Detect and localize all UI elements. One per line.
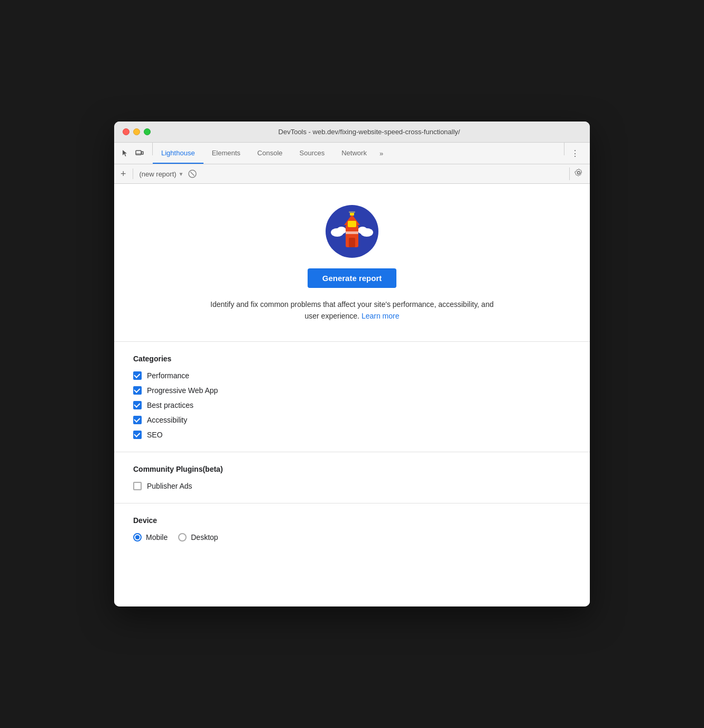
- device-radio-group: Mobile Desktop: [133, 533, 571, 542]
- performance-label: Performance: [147, 371, 189, 380]
- svg-line-4: [190, 172, 194, 176]
- lighthouse-logo: [326, 205, 378, 258]
- devtools-window: DevTools - web.dev/fixing-website-speed-…: [114, 122, 590, 606]
- device-title: Device: [133, 516, 571, 525]
- generate-report-button[interactable]: Generate report: [308, 268, 397, 288]
- mobile-label: Mobile: [146, 533, 168, 542]
- device-icon[interactable]: [133, 147, 146, 160]
- tab-network[interactable]: Network: [333, 143, 375, 164]
- best-practices-checkbox[interactable]: [133, 401, 142, 409]
- publisher-ads-checkbox[interactable]: [133, 482, 142, 490]
- devtools-menu-button[interactable]: ⋮: [569, 147, 581, 160]
- svg-rect-16: [349, 211, 355, 213]
- device-section: Device Mobile Desktop: [114, 503, 590, 554]
- titlebar: DevTools - web.dev/fixing-website-speed-…: [114, 122, 590, 143]
- desktop-label: Desktop: [191, 533, 218, 542]
- toolbar-divider: [133, 169, 133, 179]
- window-title: DevTools - web.dev/fixing-website-speed-…: [157, 128, 581, 136]
- svg-rect-14: [346, 231, 358, 234]
- category-best-practices[interactable]: Best practices: [133, 401, 571, 409]
- clear-report-button[interactable]: [188, 170, 197, 178]
- tab-icon-group: [118, 143, 150, 164]
- publisher-ads-label: Publisher Ads: [147, 482, 192, 490]
- svg-point-9: [358, 227, 367, 234]
- category-seo[interactable]: SEO: [133, 431, 571, 439]
- tabs: Lighthouse Elements Console Sources Netw…: [153, 143, 564, 164]
- main-content: Generate report Identify and fix common …: [114, 184, 590, 606]
- pwa-checkbox[interactable]: [133, 386, 142, 395]
- chevron-down-icon: ▼: [179, 171, 184, 177]
- minimize-button[interactable]: [133, 128, 140, 135]
- cursor-icon[interactable]: [118, 147, 131, 160]
- settings-separator: [569, 167, 570, 180]
- maximize-button[interactable]: [144, 128, 151, 135]
- community-plugins-title: Community Plugins(beta): [133, 465, 571, 473]
- tab-console[interactable]: Console: [249, 143, 291, 164]
- svg-rect-1: [142, 152, 143, 154]
- desktop-radio[interactable]: [178, 533, 187, 542]
- plugin-publisher-ads[interactable]: Publisher Ads: [133, 482, 571, 490]
- accessibility-label: Accessibility: [147, 416, 187, 424]
- report-selector[interactable]: (new report) ▼: [140, 170, 184, 178]
- category-pwa[interactable]: Progressive Web App: [133, 386, 571, 395]
- seo-checkbox[interactable]: [133, 431, 142, 439]
- seo-label: SEO: [147, 431, 163, 439]
- close-button[interactable]: [123, 128, 129, 135]
- category-accessibility[interactable]: Accessibility: [133, 416, 571, 424]
- categories-section: Categories Performance Progressive Web A…: [114, 342, 590, 452]
- tab-elements[interactable]: Elements: [203, 143, 249, 164]
- svg-rect-12: [348, 221, 356, 227]
- svg-point-7: [337, 227, 346, 234]
- settings-button[interactable]: [574, 168, 583, 180]
- tabs-bar: Lighthouse Elements Console Sources Netw…: [114, 143, 590, 164]
- accessibility-checkbox[interactable]: [133, 416, 142, 424]
- more-tabs-button[interactable]: »: [375, 143, 387, 164]
- best-practices-label: Best practices: [147, 401, 193, 409]
- devtools-menu: ⋮: [564, 143, 586, 164]
- traffic-lights: [123, 128, 151, 135]
- description-text: Identify and fix common problems that af…: [204, 298, 500, 322]
- report-selector-label: (new report): [140, 170, 177, 178]
- toolbar: + (new report) ▼: [114, 164, 590, 184]
- device-desktop[interactable]: Desktop: [178, 533, 218, 542]
- learn-more-link[interactable]: Learn more: [362, 312, 400, 320]
- pwa-label: Progressive Web App: [147, 386, 218, 395]
- svg-rect-0: [136, 151, 141, 155]
- add-report-button[interactable]: +: [121, 169, 126, 179]
- performance-checkbox[interactable]: [133, 371, 142, 380]
- mobile-radio[interactable]: [133, 533, 142, 542]
- hero-section: Generate report Identify and fix common …: [114, 184, 590, 342]
- device-mobile[interactable]: Mobile: [133, 533, 168, 542]
- tab-lighthouse[interactable]: Lighthouse: [153, 143, 203, 164]
- categories-title: Categories: [133, 354, 571, 363]
- tab-sources[interactable]: Sources: [291, 143, 334, 164]
- svg-rect-13: [349, 238, 355, 247]
- category-performance[interactable]: Performance: [133, 371, 571, 380]
- community-plugins-section: Community Plugins(beta) Publisher Ads: [114, 452, 590, 503]
